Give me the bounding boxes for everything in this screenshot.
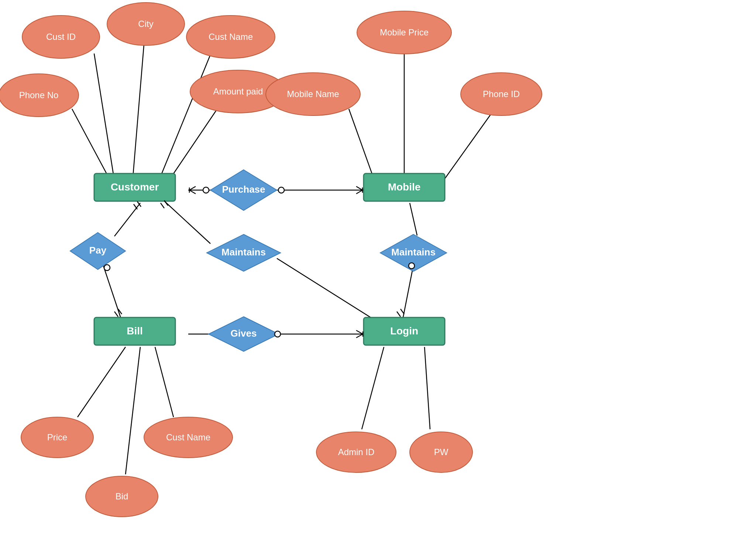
svg-point-42	[409, 263, 415, 269]
svg-line-41	[401, 309, 404, 314]
svg-point-35	[104, 265, 110, 271]
gives-label: Gives	[231, 328, 257, 339]
svg-line-0	[94, 54, 114, 181]
svg-line-38	[356, 334, 363, 338]
cust-name-label: Cust Name	[209, 32, 253, 42]
maintains-left-label: Maintains	[221, 247, 266, 258]
svg-line-13	[277, 258, 377, 321]
svg-line-25	[189, 190, 196, 194]
svg-line-12	[162, 199, 210, 244]
customer-label: Customer	[111, 181, 159, 193]
svg-line-33	[114, 312, 118, 317]
svg-line-29	[356, 186, 362, 190]
svg-line-37	[356, 330, 363, 334]
mobile-label: Mobile	[388, 181, 421, 193]
maintains-right-label: Maintains	[391, 247, 436, 258]
svg-line-14	[410, 203, 417, 235]
svg-line-22	[425, 347, 430, 429]
price-label: Price	[47, 432, 68, 442]
pw-label: PW	[434, 447, 449, 457]
svg-line-18	[78, 347, 126, 417]
svg-line-30	[356, 190, 362, 194]
admin-id-label: Admin ID	[338, 447, 375, 457]
svg-line-24	[189, 186, 196, 190]
cust-name2-label: Cust Name	[166, 432, 210, 442]
login-label: Login	[390, 325, 418, 337]
svg-line-2	[159, 55, 210, 181]
svg-line-7	[439, 109, 495, 186]
city-label: City	[138, 19, 153, 29]
svg-line-20	[126, 347, 140, 474]
bill-label: Bill	[127, 325, 143, 337]
bid-label: Bid	[116, 491, 128, 501]
svg-line-11	[103, 266, 122, 321]
svg-line-19	[155, 347, 173, 417]
svg-line-15	[402, 265, 413, 321]
svg-line-21	[362, 347, 384, 429]
svg-point-39	[275, 331, 281, 337]
pay-label: Pay	[89, 245, 107, 256]
svg-point-27	[278, 187, 284, 193]
mobile-price-label: Mobile Price	[380, 27, 429, 37]
svg-line-40	[397, 312, 401, 317]
phone-no-label: Phone No	[19, 90, 59, 100]
mobile-name-label: Mobile Name	[287, 89, 339, 99]
svg-point-26	[203, 187, 209, 193]
phone-id-label: Phone ID	[483, 89, 520, 99]
purchase-label: Purchase	[222, 184, 265, 195]
amount-paid-label: Amount paid	[213, 86, 263, 96]
svg-line-44	[161, 203, 164, 208]
cust-id-label: Cust ID	[46, 32, 76, 42]
svg-line-1	[133, 44, 144, 177]
